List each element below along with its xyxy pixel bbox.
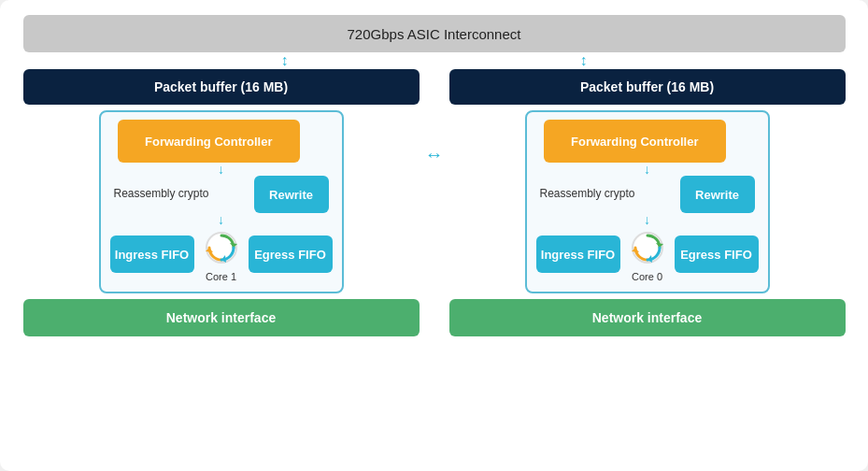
chip1-forwarding-controller: Forwarding Controller: [118, 120, 301, 163]
chip1-core-cycle-icon: [200, 226, 243, 269]
chip1-mid-row: Reassembly crypto Rewrite: [110, 176, 333, 213]
chip2-fwd-down-arrow: ↓: [644, 163, 650, 176]
chip1-packet-buffer: Packet buffer (16 MB): [23, 69, 420, 105]
svg-point-4: [633, 233, 662, 263]
chip2-mid-row: Reassembly crypto Rewrite: [536, 176, 759, 213]
chip1-column: Packet buffer (16 MB) Forwarding Control…: [23, 69, 420, 336]
chip1-core-label: Core 1: [206, 271, 236, 282]
chip2-network-interface: Network interface: [449, 299, 846, 336]
chip2-egress-fifo: Egress FIFO: [675, 236, 759, 273]
chip1-core-area: Core 1: [200, 226, 243, 282]
chip2-core-area: Core 0: [626, 226, 669, 282]
chip1-fifo-row: Ingress FIFO: [110, 226, 333, 282]
chip2-core-label: Core 0: [632, 271, 662, 282]
chip2-rewrite-box: Rewrite: [680, 176, 755, 213]
asic-title: 720Gbps ASIC Interconnect: [348, 26, 521, 42]
asic-down-arrows: ↕ ↕: [23, 52, 846, 69]
chip2-ingress-fifo: Ingress FIFO: [536, 236, 620, 273]
between-horizontal-arrow: ↔: [420, 144, 449, 165]
chip2-asic-arrow-down: ↕: [580, 52, 588, 69]
chip1-asic-arrow-down: ↕: [281, 52, 289, 69]
chip2-fifo-row: Ingress FIFO Core 0: [536, 226, 759, 282]
chip2-column: Packet buffer (16 MB) Forwarding Control…: [449, 69, 846, 336]
asic-interconnect-bar: 720Gbps ASIC Interconnect: [23, 15, 846, 52]
diagram-container: 720Gbps ASIC Interconnect ↕ ↕ Packet buf…: [0, 0, 868, 471]
chip1-fwd-row: Forwarding Controller: [110, 120, 333, 163]
chip1-reassembly-label: Reassembly crypto: [114, 187, 209, 202]
chip2-forwarding-controller: Forwarding Controller: [544, 120, 727, 163]
chip2-core-cycle-icon: [626, 226, 669, 269]
chip1-inner-block: Forwarding Controller ↓ Reassembly crypt…: [99, 110, 344, 293]
chip2-inner-block: Forwarding Controller ↓ Reassembly crypt…: [525, 110, 770, 293]
chip1-network-interface: Network interface: [23, 299, 420, 336]
chip1-mid-down-arrow: ↓: [218, 213, 224, 226]
chip2-mid-down-arrow: ↓: [644, 213, 650, 226]
chip2-reassembly-label: Reassembly crypto: [540, 187, 635, 202]
chip1-ingress-fifo: Ingress FIFO: [110, 236, 194, 273]
svg-point-0: [206, 233, 236, 263]
chips-wrapper: Packet buffer (16 MB) Forwarding Control…: [23, 69, 846, 336]
chip2-fwd-row: Forwarding Controller: [536, 120, 759, 163]
between-arrows-col: ↔: [420, 69, 449, 165]
chip2-packet-buffer: Packet buffer (16 MB): [449, 69, 846, 105]
chip1-rewrite-box: Rewrite: [254, 176, 329, 213]
chip1-egress-fifo: Egress FIFO: [249, 236, 333, 273]
chip1-fwd-down-arrow: ↓: [218, 163, 224, 176]
